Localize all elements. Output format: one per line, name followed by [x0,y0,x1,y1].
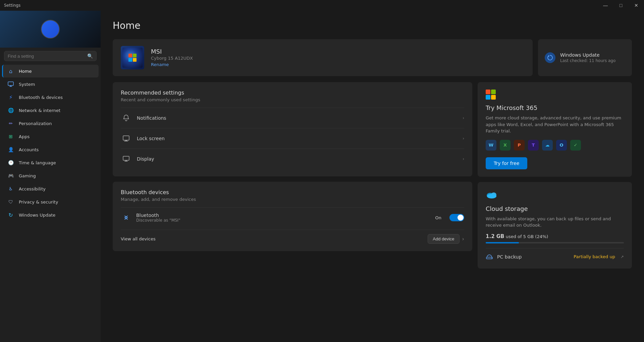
lock-screen-item[interactable]: Lock screen › [121,128,464,149]
bluetooth-status: On [435,215,441,220]
pc-backup-label: PC backup [497,254,570,260]
try-free-button[interactable]: Try for free [486,157,527,169]
svg-rect-4 [124,141,128,141]
bluetooth-info: Bluetooth Discoverable as "MSI" [136,213,431,223]
onedrive-icon: ☁ [542,140,553,151]
ms365-description: Get more cloud storage, advanced securit… [486,115,624,134]
avatar [41,20,60,39]
page-title: Home [113,20,632,31]
notifications-label: Notifications [137,115,457,121]
sidebar-item-home[interactable]: ⌂ Home [2,65,99,77]
add-device-button[interactable]: Add device [428,234,459,244]
window-controls: — □ ✕ [598,0,644,11]
accounts-icon: 👤 [7,146,14,153]
sidebar-item-label: Privacy & security [19,199,58,205]
bluetooth-name: Bluetooth [136,213,431,218]
display-item[interactable]: Display › [121,149,464,169]
system-icon [7,81,14,88]
view-all-link[interactable]: View all devices [121,236,156,241]
bluetooth-icon: ⚡ [7,94,14,101]
bluetooth-toggle[interactable] [449,214,464,221]
sidebar-item-apps[interactable]: ⊞ Apps [2,130,99,143]
svg-rect-6 [123,156,129,160]
sidebar-item-system[interactable]: System [2,78,99,91]
sidebar-item-time[interactable]: 🕐 Time & language [2,156,99,169]
search-box[interactable]: 🔍 [4,51,97,61]
pc-backup-row: PC backup Partially backed up ↗ [486,248,624,261]
sidebar-item-label: System [19,82,35,87]
view-all-row: View all devices Add device › [121,230,464,244]
lock-screen-chevron: › [463,136,464,141]
word-icon: W [486,140,496,151]
search-input[interactable] [8,54,85,59]
sidebar-item-privacy[interactable]: 🛡 Privacy & security [2,195,99,208]
svg-point-13 [491,258,492,258]
recommended-title: Recommended settings [121,90,464,96]
top-section: MSI Cyborg 15 A12UDX Rename Windows Upda… [113,39,632,76]
add-device-label: Add device [433,236,454,241]
search-container: 🔍 [0,48,101,64]
sidebar: 🔍 ⌂ Home System ⚡ Bluetooth & devices 🌐 … [0,11,101,342]
accessibility-icon: ♿ [7,185,14,192]
storage-progress-bar [486,242,624,243]
cloud-storage-description: With available storage, you can back up … [486,216,624,229]
apps-icon: ⊞ [7,133,14,140]
avatar-background [0,11,101,48]
lock-screen-label: Lock screen [137,136,457,141]
storage-used: 1.2 GB [486,233,504,239]
bluetooth-devices-card: Bluetooth devices Manage, add, and remov… [113,182,472,251]
home-icon: ⌂ [7,68,14,74]
svg-rect-5 [125,140,127,141]
maximize-button[interactable]: □ [613,0,629,11]
sidebar-item-personalization[interactable]: ✏ Personalization [2,117,99,130]
logo-q3 [128,58,132,62]
storage-progress-fill [486,242,519,243]
right-column: Try Microsoft 365 Get more cloud storage… [478,82,632,269]
personalization-icon: ✏ [7,120,14,127]
svg-rect-7 [124,161,128,162]
sidebar-item-label: Windows Update [19,213,55,218]
sidebar-item-label: Network & internet [19,108,60,113]
sidebar-item-label: Bluetooth & devices [19,95,63,100]
sidebar-nav: ⌂ Home System ⚡ Bluetooth & devices 🌐 Ne… [0,64,101,337]
svg-point-11 [487,194,496,198]
ms-logo-q1 [486,90,490,94]
display-icon [121,154,131,164]
minimize-button[interactable]: — [598,0,613,11]
sidebar-item-label: Personalization [19,121,52,126]
storage-total: 5 GB [523,234,534,239]
sidebar-item-network[interactable]: 🌐 Network & internet [2,104,99,117]
search-icon: 🔍 [87,53,93,59]
close-button[interactable]: ✕ [629,0,644,11]
storage-info: 1.2 GB used of 5 GB (24%) [486,233,624,239]
update-text: Windows Update Last checked: 11 hours ag… [560,52,615,63]
cloud-icon [486,189,624,201]
svg-rect-8 [126,160,127,161]
lock-screen-icon [121,133,131,144]
main-content: Home MSI Cyborg 15 A12UDX [101,11,644,342]
recommended-settings-card: Recommended settings Recent and commonly… [113,82,472,176]
network-icon: 🌐 [7,107,14,114]
notifications-chevron: › [463,116,464,120]
sidebar-item-accounts[interactable]: 👤 Accounts [2,143,99,156]
sidebar-item-accessibility[interactable]: ♿ Accessibility [2,182,99,195]
sidebar-item-update[interactable]: ↻ Windows Update [2,209,99,221]
windows-update-card[interactable]: Windows Update Last checked: 11 hours ag… [538,39,632,76]
sidebar-item-gaming[interactable]: 🎮 Gaming [2,169,99,182]
bluetooth-toggle-row: Bluetooth Discoverable as "MSI" On [121,207,464,228]
excel-icon: X [500,140,511,151]
sidebar-avatar [0,11,101,48]
teams-icon: T [528,140,539,151]
rename-link[interactable]: Rename [151,62,169,67]
notifications-item[interactable]: Notifications › [121,108,464,128]
bluetooth-title: Bluetooth devices [121,189,464,195]
bluetooth-sub: Discoverable as "MSI" [136,218,431,223]
cloud-storage-title: Cloud storage [486,205,624,212]
sidebar-item-bluetooth[interactable]: ⚡ Bluetooth & devices [2,91,99,104]
add-device-chevron: › [462,236,464,242]
content-grid: Recommended settings Recent and commonly… [113,82,632,269]
sidebar-item-label: Gaming [19,173,36,178]
pc-backup-status[interactable]: Partially backed up [574,254,615,259]
todo-icon: ✓ [570,140,581,151]
update-icon: ↻ [7,212,14,218]
